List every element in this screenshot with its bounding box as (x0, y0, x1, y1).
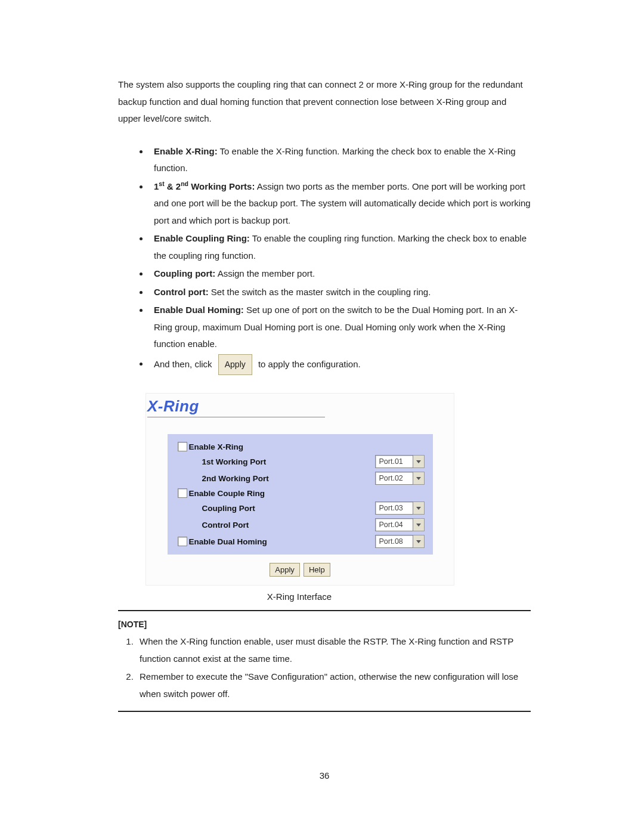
page-number: 36 (118, 770, 531, 781)
select-first-wp[interactable]: Port.01 (375, 455, 425, 468)
label-coupling-port: Coupling Port (189, 504, 375, 513)
config-box: Enable X-Ring 1st Working Port Port.01 2… (168, 434, 433, 555)
xring-panel: X-Ring Enable X-Ring 1st Working Port Po… (145, 393, 454, 586)
row-control-port: Control Port Port.04 (168, 516, 433, 533)
bullet-list: Enable X-Ring: To enable the X-Ring func… (118, 143, 531, 376)
figure-caption: X-Ring Interface (145, 592, 453, 602)
bullet-apply: And then, click Apply to apply the confi… (149, 354, 531, 376)
apply-button-inline[interactable]: Apply (218, 354, 252, 376)
bullet-coupling-port: Coupling port: Assign the member port. (149, 265, 531, 283)
note-list: When the X-Ring function enable, user mu… (118, 633, 531, 702)
label-second-wp: 2nd Working Port (189, 474, 375, 483)
chevron-down-icon (413, 455, 425, 468)
panel-rule (147, 417, 325, 417)
label-first-wp: 1st Working Port (189, 457, 375, 466)
row-enable-dual: Enable Dual Homing Port.08 (168, 533, 433, 550)
chevron-down-icon (413, 501, 425, 515)
divider-top (118, 610, 531, 611)
chevron-down-icon (413, 535, 425, 548)
row-coupling-port: Coupling Port Port.03 (168, 500, 433, 516)
label-control-port: Control Port (189, 521, 375, 529)
label-enable-couple: Enable Couple Ring (189, 489, 425, 498)
note-heading: [NOTE] (118, 620, 531, 629)
row-second-wp: 2nd Working Port Port.02 (168, 470, 433, 487)
select-control-port[interactable]: Port.04 (375, 518, 425, 531)
bullet-enable-xring: Enable X-Ring: To enable the X-Ring func… (149, 143, 531, 177)
divider-bottom (118, 711, 531, 712)
panel-title: X-Ring (146, 394, 454, 416)
bullet-control-port: Control port: Set the switch as the mast… (149, 284, 531, 301)
label-enable-dual: Enable Dual Homing (189, 537, 375, 546)
bullet-enable-dual-homing: Enable Dual Homing: Set up one of port o… (149, 302, 531, 353)
chevron-down-icon (413, 518, 425, 531)
help-button[interactable]: Help (304, 563, 330, 577)
row-first-wp: 1st Working Port Port.01 (168, 453, 433, 470)
select-second-wp[interactable]: Port.02 (375, 472, 425, 485)
select-dual-homing[interactable]: Port.08 (375, 535, 425, 548)
bullet-enable-coupling: Enable Coupling Ring: To enable the coup… (149, 230, 531, 264)
row-enable-couple: Enable Couple Ring (168, 487, 433, 500)
checkbox-enable-dual[interactable] (178, 537, 187, 546)
intro-paragraph: The system also supports the coupling ri… (118, 76, 531, 128)
note-item-2: Remember to execute the "Save Configurat… (136, 668, 531, 703)
checkbox-enable-couple[interactable] (178, 488, 187, 498)
bullet-working-ports: 1st & 2nd Working Ports: Assign two port… (149, 178, 531, 230)
note-item-1: When the X-Ring function enable, user mu… (136, 633, 531, 668)
select-coupling-port[interactable]: Port.03 (375, 501, 425, 515)
checkbox-enable-xring[interactable] (178, 442, 187, 451)
chevron-down-icon (413, 472, 425, 485)
row-enable-xring: Enable X-Ring (168, 440, 433, 453)
apply-button[interactable]: Apply (270, 563, 300, 577)
label-enable-xring: Enable X-Ring (189, 442, 425, 451)
